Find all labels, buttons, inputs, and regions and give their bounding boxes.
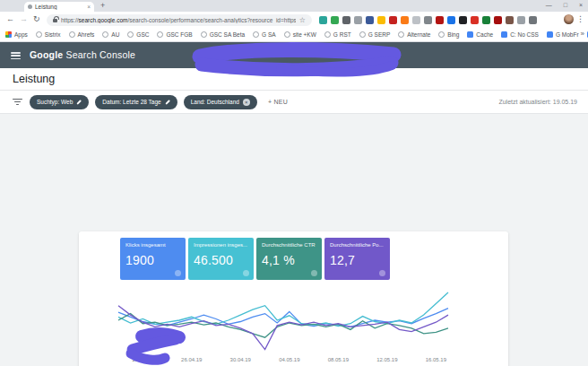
extension-icon[interactable] — [319, 16, 327, 24]
extension-icon[interactable] — [506, 16, 514, 24]
axis-tick-label: 12.05.19 — [376, 357, 397, 362]
bookmark-label: G SA — [262, 31, 276, 38]
metric-card[interactable]: Impressionen insges...46.500 — [188, 238, 254, 280]
metric-card[interactable]: Durchschnittliche CTR4,1 % — [256, 238, 322, 280]
bookmark-star-icon[interactable]: ☆ — [299, 16, 306, 24]
globe-icon — [253, 31, 259, 38]
bookmark-item[interactable]: GSC — [127, 31, 149, 38]
browser-tab[interactable]: Leistung × — [24, 2, 94, 12]
extension-icon[interactable] — [529, 16, 537, 24]
close-button[interactable]: × — [579, 0, 583, 11]
page-title: Leistung — [13, 73, 55, 85]
bookmark-item[interactable]: Apps — [5, 31, 28, 38]
extension-icon[interactable] — [459, 16, 467, 24]
apps-grid-icon — [5, 31, 12, 38]
extension-icon[interactable] — [482, 16, 490, 24]
extension-icon[interactable] — [436, 16, 444, 24]
globe-icon — [127, 31, 134, 38]
info-icon — [243, 270, 249, 276]
metric-value: 1900 — [125, 253, 180, 267]
filter-chips: Suchtyp: WebDatum: Letzte 28 TageLand: D… — [30, 95, 257, 109]
bookmark-item[interactable]: Alternate — [398, 31, 430, 38]
new-filter-button[interactable]: + NEU — [268, 99, 288, 105]
bookmark-item[interactable]: G SERP — [359, 31, 391, 38]
product-logo[interactable]: Google Search Console — [30, 49, 135, 60]
bookmark-item[interactable]: Ahrefs — [69, 31, 95, 38]
bookmark-label: Alternate — [407, 31, 430, 38]
filter-icon — [13, 99, 22, 106]
address-bar[interactable]: https://search.google.com/search-console… — [47, 14, 312, 26]
bookmark-item[interactable]: G RST — [324, 31, 351, 38]
metric-label: Klicks insgesamt — [125, 242, 180, 248]
bookmark-label: G SERP — [368, 31, 391, 38]
extension-icon[interactable] — [424, 16, 432, 24]
bookmark-item[interactable]: G SA — [253, 31, 276, 38]
extension-icon[interactable] — [517, 16, 525, 24]
extensions-row — [319, 16, 556, 24]
last-updated-label: Zuletzt aktualisiert: 19.05.19 — [498, 99, 577, 105]
bookmark-item[interactable]: Bing — [438, 31, 459, 38]
bookmark-item[interactable]: Sistrix — [36, 31, 61, 38]
bookmark-item[interactable]: GSC FGB — [157, 31, 192, 38]
edit-icon[interactable] — [165, 100, 169, 104]
filter-chip-label: Datum: Letzte 28 Tage — [102, 99, 160, 105]
globe-icon — [102, 31, 108, 38]
metric-label: Impressionen insges... — [194, 242, 248, 248]
bookmark-label: Ahrefs — [78, 31, 95, 38]
filter-chip[interactable]: Land: Deutschland× — [184, 95, 257, 109]
bookmark-label: Bing — [447, 31, 459, 38]
extension-icon[interactable] — [377, 16, 385, 24]
metric-card[interactable]: Durchschnittliche Po...12,7 — [324, 238, 390, 280]
bookmarks-bar: AppsSistrixAhrefsAUGSCGSC FGBGSC SA Beta… — [0, 28, 588, 42]
filter-chip[interactable]: Suchtyp: Web — [30, 95, 89, 109]
extension-icon[interactable] — [471, 16, 479, 24]
bookmark-label: Apps — [14, 31, 28, 38]
globe-icon — [157, 31, 163, 38]
extension-icon[interactable] — [354, 16, 362, 24]
new-tab-button[interactable]: + — [100, 1, 105, 10]
minimize-button[interactable]: — — [546, 0, 552, 11]
extension-icon[interactable] — [494, 16, 502, 24]
bookmarks-overflow-icon[interactable]: » — [581, 30, 584, 38]
axis-tick-label: 04.05.19 — [279, 357, 299, 362]
bookmark-item[interactable]: AU — [102, 31, 119, 38]
bookmark-item[interactable]: Cache — [467, 31, 493, 38]
extension-icon[interactable] — [447, 16, 455, 24]
metric-label: Durchschnittliche CTR — [262, 242, 316, 248]
maximize-button[interactable]: □ — [564, 0, 567, 11]
back-button[interactable]: ← — [6, 14, 14, 23]
tab-close-icon[interactable]: × — [87, 4, 91, 10]
filter-chip[interactable]: Datum: Letzte 28 Tage — [95, 95, 177, 109]
globe-icon — [284, 31, 290, 38]
extension-icon[interactable] — [342, 16, 350, 24]
reload-button[interactable]: ↻ — [33, 14, 40, 23]
filter-chip-label: Suchtyp: Web — [37, 99, 73, 105]
edit-icon[interactable] — [77, 100, 82, 104]
globe-icon — [36, 31, 42, 38]
blue-square-icon — [547, 31, 553, 38]
bookmark-item[interactable]: GSC SA Beta — [201, 31, 245, 38]
extension-icon[interactable] — [331, 16, 339, 24]
hamburger-menu-icon[interactable] — [11, 52, 21, 59]
info-icon — [311, 270, 317, 276]
content-area: Klicks insgesamt1900Impressionen insges.… — [0, 114, 588, 366]
browser-profile-avatar[interactable] — [564, 14, 574, 24]
bookmark-item[interactable]: site +KW — [284, 31, 316, 38]
metric-card[interactable]: Klicks insgesamt1900 — [120, 238, 186, 280]
blue-square-icon — [467, 31, 473, 38]
metric-cards: Klicks insgesamt1900Impressionen insges.… — [120, 238, 390, 280]
extension-icon[interactable] — [401, 16, 409, 24]
metric-value: 4,1 % — [262, 253, 316, 267]
browser-menu-icon[interactable]: ⋮ — [576, 14, 584, 23]
extension-icon[interactable] — [412, 16, 420, 24]
bookmark-label: GSC — [136, 31, 149, 38]
remove-icon[interactable]: × — [243, 99, 250, 106]
extension-icon[interactable] — [389, 16, 397, 24]
bookmark-item[interactable]: G MobFr — [547, 31, 579, 38]
redaction-scribble — [122, 328, 192, 366]
bookmark-label: G RST — [333, 31, 351, 38]
tab-title: Leistung — [35, 4, 84, 10]
extension-icon[interactable] — [366, 16, 374, 24]
bookmark-item[interactable]: C: No CSS — [501, 31, 539, 38]
info-icon — [379, 270, 385, 276]
